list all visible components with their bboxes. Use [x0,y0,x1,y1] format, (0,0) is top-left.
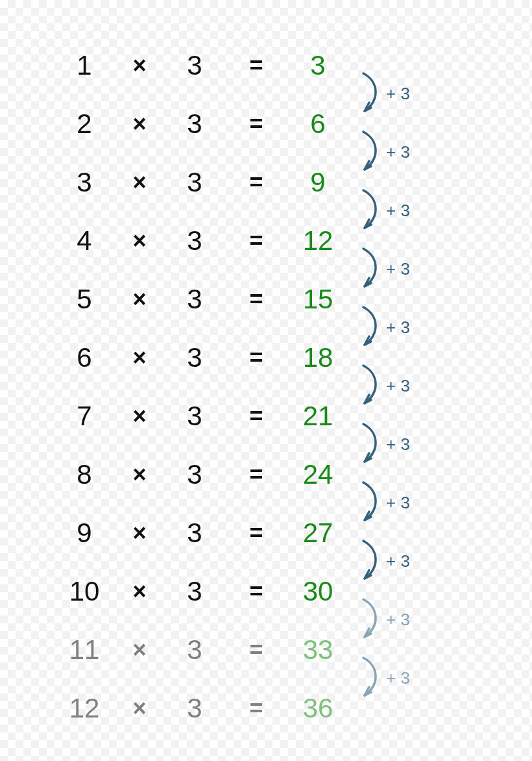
product: 27 [292,518,344,549]
multiplicand: 4 [58,225,110,256]
equals-sign: = [221,695,292,722]
product: 21 [292,401,344,432]
product: 9 [292,167,344,198]
multiplicand: 7 [58,401,110,432]
equation-row: 11×3=33 [58,621,448,679]
equals-sign: = [221,519,292,547]
equals-sign: = [221,344,292,371]
multiplicand: 2 [58,108,110,140]
multiplicand: 10 [58,576,110,607]
product: 33 [292,634,344,666]
multiplicand: 5 [58,284,110,315]
multiply-sign: × [110,52,169,79]
equals-sign: = [221,286,292,313]
multiplier: 3 [169,634,221,666]
multiplier: 3 [169,459,221,490]
times-table-diagram: 1×3=32×3=63×3=94×3=125×3=156×3=187×3=218… [0,0,532,761]
multiply-sign: × [110,344,169,371]
equals-sign: = [221,227,292,255]
equation-row: 8×3=24 [58,445,448,504]
equation-row: 5×3=15 [58,270,448,329]
product: 36 [292,693,344,724]
equals-sign: = [221,169,292,196]
multiplier: 3 [169,518,221,549]
equation-row: 6×3=18 [58,329,448,387]
equals-sign: = [221,578,292,605]
multiplier: 3 [169,401,221,432]
multiplier: 3 [169,50,221,81]
multiplicand: 11 [58,634,110,666]
multiplier: 3 [169,342,221,373]
multiplier: 3 [169,167,221,198]
equation-row: 9×3=27 [58,504,448,562]
multiply-sign: × [110,578,169,605]
multiplicand: 6 [58,342,110,373]
equals-sign: = [221,403,292,430]
product: 6 [292,108,344,140]
equation-row: 3×3=9 [58,153,448,212]
product: 24 [292,459,344,490]
equals-sign: = [221,636,292,664]
multiply-sign: × [110,110,169,138]
multiplicand: 9 [58,518,110,549]
multiplier: 3 [169,225,221,256]
multiply-sign: × [110,286,169,313]
product: 30 [292,576,344,607]
multiplicand: 3 [58,167,110,198]
equals-sign: = [221,110,292,138]
multiply-sign: × [110,461,169,488]
multiply-sign: × [110,169,169,196]
multiplier: 3 [169,108,221,140]
equation-row: 12×3=36 [58,679,448,738]
equals-sign: = [221,52,292,79]
multiply-sign: × [110,519,169,547]
equation-row: 1×3=3 [58,36,448,95]
product: 18 [292,342,344,373]
multiply-sign: × [110,227,169,255]
product: 15 [292,284,344,315]
equation-row: 10×3=30 [58,562,448,621]
equation-row: 7×3=21 [58,387,448,445]
multiplicand: 12 [58,693,110,724]
multiply-sign: × [110,695,169,722]
product: 12 [292,225,344,256]
multiplier: 3 [169,693,221,724]
equals-sign: = [221,461,292,488]
multiplicand: 8 [58,459,110,490]
multiplier: 3 [169,284,221,315]
equation-row: 2×3=6 [58,95,448,153]
equation-row: 4×3=12 [58,212,448,270]
multiplier: 3 [169,576,221,607]
product: 3 [292,50,344,81]
multiplicand: 1 [58,50,110,81]
multiply-sign: × [110,636,169,664]
multiply-sign: × [110,403,169,430]
